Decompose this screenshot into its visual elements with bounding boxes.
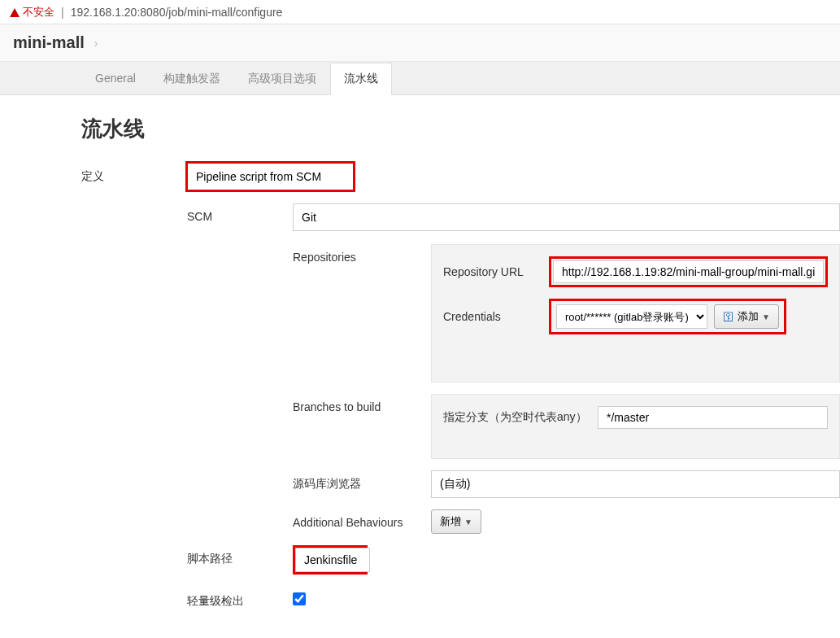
warning-icon <box>10 8 20 17</box>
chevron-down-icon: ▼ <box>762 312 770 321</box>
add-credentials-button[interactable]: ⚿ 添加 ▼ <box>714 304 779 329</box>
chevron-down-icon: ▼ <box>464 518 472 527</box>
repo-url-input[interactable] <box>553 260 824 283</box>
repo-browser-select[interactable] <box>431 470 840 498</box>
lightweight-checkbox[interactable] <box>293 592 306 605</box>
scm-select[interactable] <box>293 203 840 231</box>
credentials-label: Credentials <box>443 310 541 323</box>
page-header: mini-mall › <box>0 24 840 62</box>
script-path-input[interactable] <box>295 548 370 572</box>
breadcrumb: mini-mall <box>13 33 85 52</box>
add-label: 添加 <box>738 309 759 324</box>
branch-spec-label: 指定分支（为空时代表any） <box>443 410 590 425</box>
tab-triggers[interactable]: 构建触发器 <box>150 63 234 95</box>
branch-spec-input[interactable] <box>598 406 828 429</box>
tab-general[interactable]: General <box>81 63 150 95</box>
breadcrumb-project[interactable]: mini-mall <box>13 33 85 51</box>
content-area: 流水线 定义 SCM Repositories Repository URL <box>0 95 840 638</box>
key-icon: ⚿ <box>723 310 734 323</box>
repositories-label: Repositories <box>293 244 431 264</box>
tab-pipeline[interactable]: 流水线 <box>330 63 392 95</box>
credentials-select[interactable]: root/****** (gitlab登录账号) <box>556 304 707 329</box>
insecure-badge: 不安全 <box>10 5 54 20</box>
insecure-text: 不安全 <box>23 5 54 20</box>
add-behaviour-button[interactable]: 新增 ▼ <box>431 509 481 534</box>
url-text[interactable]: 192.168.1.20:8080/job/mini-mall/configur… <box>71 6 283 19</box>
chevron-right-icon: › <box>94 37 98 50</box>
lightweight-label: 轻量级检出 <box>187 588 293 609</box>
branches-label: Branches to build <box>293 394 431 413</box>
url-separator: | <box>61 6 64 19</box>
addl-behaviours-label: Additional Behaviours <box>293 509 431 529</box>
repo-browser-label: 源码库浏览器 <box>293 470 431 492</box>
new-label: 新增 <box>440 514 461 529</box>
section-title: 流水线 <box>81 115 840 143</box>
browser-url-bar: 不安全 | 192.168.1.20:8080/job/mini-mall/co… <box>0 0 840 24</box>
scm-label: SCM <box>187 203 293 223</box>
definition-label: 定义 <box>81 163 187 184</box>
config-tabs: General 构建触发器 高级项目选项 流水线 <box>0 62 840 95</box>
repo-url-label: Repository URL <box>443 265 541 278</box>
branches-box: 指定分支（为空时代表any） <box>431 394 840 459</box>
script-path-label: 脚本路径 <box>187 545 293 566</box>
definition-select[interactable] <box>187 163 354 190</box>
tab-advanced[interactable]: 高级项目选项 <box>234 63 330 95</box>
repositories-box: Repository URL Credentials <box>431 244 840 382</box>
